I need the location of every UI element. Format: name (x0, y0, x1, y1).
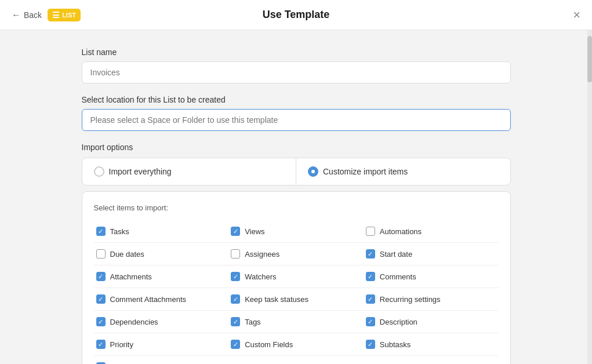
radio-customize[interactable]: Customize import items (296, 158, 510, 185)
customize-title: Select items to import: (94, 203, 499, 212)
label-subtasks: Subtasks (380, 340, 411, 349)
label-tags: Tags (245, 318, 260, 326)
customize-section: Select items to import: Tasks Views (82, 191, 511, 364)
checkbox-assignees[interactable] (231, 249, 240, 259)
modal-title: Use Template (263, 9, 330, 21)
label-tasks: Tasks (110, 227, 129, 236)
label-description: Description (380, 318, 417, 326)
label-keep-task-statuses: Keep task statuses (245, 295, 308, 304)
grid-divider-1 (94, 242, 499, 243)
grid-divider-3 (94, 287, 499, 288)
checkbox-keep-task-statuses[interactable] (231, 294, 240, 304)
list-name-input[interactable] (82, 61, 511, 83)
label-attachments: Attachments (110, 272, 152, 281)
checkbox-views[interactable] (231, 227, 240, 236)
radio-options-group: Import everything Customize import items (82, 158, 511, 185)
label-views: Views (245, 227, 264, 236)
label-comments: Comments (380, 272, 416, 281)
checkbox-description[interactable] (366, 317, 375, 326)
item-recurring-settings[interactable]: Recurring settings (364, 289, 499, 309)
item-comments[interactable]: Comments (364, 267, 499, 286)
item-description[interactable]: Description (364, 312, 499, 332)
modal-header: ← Back ☰ LIST Use Template × (0, 0, 592, 30)
item-watchers[interactable]: Watchers (228, 267, 364, 286)
item-due-dates[interactable]: Due dates (94, 244, 229, 264)
checkbox-tags[interactable] (231, 317, 240, 326)
item-checklists[interactable]: Checklists (94, 357, 229, 364)
item-start-date[interactable]: Start date (364, 244, 499, 264)
checkbox-automations[interactable] (366, 227, 375, 236)
radio-label-customize: Customize import items (323, 167, 408, 176)
label-priority: Priority (110, 340, 133, 349)
label-comment-attachments: Comment Attachments (110, 295, 187, 304)
location-group: Select location for this List to be crea… (82, 95, 511, 131)
radio-circle-customize (308, 166, 318, 177)
radio-circle-everything (94, 166, 104, 177)
checkbox-due-dates[interactable] (96, 249, 106, 259)
checkbox-recurring-settings[interactable] (366, 294, 375, 304)
list-name-group: List name (82, 48, 511, 83)
item-custom-fields[interactable]: Custom Fields (228, 334, 364, 354)
item-keep-task-statuses[interactable]: Keep task statuses (228, 289, 364, 309)
item-views[interactable]: Views (228, 221, 364, 241)
list-badge-icon: ☰ (52, 10, 60, 20)
label-watchers: Watchers (245, 272, 276, 281)
checkbox-comment-attachments[interactable] (96, 294, 106, 304)
grid-divider-4 (94, 310, 499, 311)
checkbox-custom-fields[interactable] (231, 340, 240, 349)
checkbox-comments[interactable] (366, 272, 375, 281)
label-due-dates: Due dates (110, 250, 144, 259)
back-label: Back (24, 10, 42, 20)
modal-body: List name Select location for this List … (59, 30, 534, 364)
item-attachments[interactable]: Attachments (94, 267, 229, 286)
list-badge: ☰ LIST (48, 9, 81, 21)
checkbox-attachments[interactable] (96, 272, 106, 281)
location-label: Select location for this List to be crea… (82, 95, 511, 104)
scrollbar-track[interactable] (587, 30, 592, 364)
import-options-section: Import options Import everything Customi… (82, 143, 511, 364)
scrollbar-thumb[interactable] (587, 36, 592, 82)
item-empty-2 (364, 357, 499, 364)
grid-divider-6 (94, 355, 499, 356)
header-left: ← Back ☰ LIST (12, 9, 81, 21)
radio-import-everything[interactable]: Import everything (82, 158, 297, 185)
checkbox-subtasks[interactable] (366, 340, 375, 349)
item-automations[interactable]: Automations (364, 221, 499, 241)
checkbox-dependencies[interactable] (96, 317, 106, 326)
items-grid: Tasks Views Automations (94, 221, 499, 364)
grid-divider-5 (94, 333, 499, 333)
checkbox-tasks[interactable] (96, 227, 106, 236)
label-recurring-settings: Recurring settings (380, 295, 441, 304)
label-start-date: Start date (380, 250, 412, 259)
item-empty-1 (228, 357, 364, 364)
location-input[interactable] (82, 109, 511, 131)
list-name-label: List name (82, 48, 511, 57)
back-arrow-icon: ← (12, 10, 21, 20)
back-button[interactable]: ← Back (12, 10, 42, 20)
item-priority[interactable]: Priority (94, 334, 229, 354)
modal-overlay: ← Back ☰ LIST Use Template × List name S… (0, 0, 592, 364)
item-dependencies[interactable]: Dependencies (94, 312, 229, 332)
grid-divider-2 (94, 265, 499, 265)
item-comment-attachments[interactable]: Comment Attachments (94, 289, 229, 309)
item-assignees[interactable]: Assignees (228, 244, 364, 264)
checkbox-start-date[interactable] (366, 249, 375, 259)
item-tasks[interactable]: Tasks (94, 221, 229, 241)
label-assignees: Assignees (245, 250, 279, 259)
item-tags[interactable]: Tags (228, 312, 364, 332)
label-custom-fields: Custom Fields (245, 340, 293, 349)
label-dependencies: Dependencies (110, 318, 158, 326)
list-badge-label: LIST (62, 12, 76, 19)
radio-label-everything: Import everything (109, 167, 172, 176)
close-button[interactable]: × (573, 9, 580, 21)
checkbox-watchers[interactable] (231, 272, 240, 281)
checkbox-priority[interactable] (96, 340, 106, 349)
import-options-label: Import options (82, 143, 511, 152)
item-subtasks[interactable]: Subtasks (364, 334, 499, 354)
label-automations: Automations (380, 227, 422, 236)
